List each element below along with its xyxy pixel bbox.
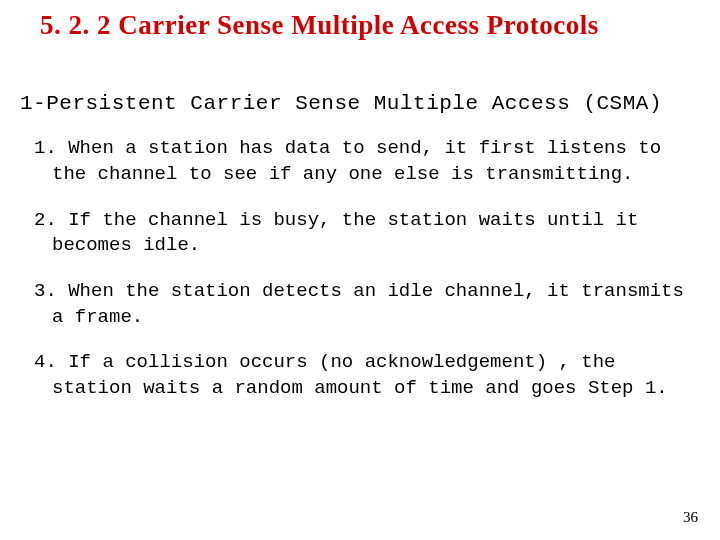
slide-title: 5. 2. 2 Carrier Sense Multiple Access Pr… — [40, 10, 690, 41]
page-number: 36 — [683, 509, 698, 526]
list-item: 3. When the station detects an idle chan… — [34, 279, 690, 330]
body-text: 1-Persistent Carrier Sense Multiple Acce… — [20, 90, 690, 421]
slide: 5. 2. 2 Carrier Sense Multiple Access Pr… — [0, 0, 720, 540]
list-item: 2. If the channel is busy, the station w… — [34, 208, 690, 259]
list-item: 4. If a collision occurs (no acknowledge… — [34, 350, 690, 401]
list-item: 1. When a station has data to send, it f… — [34, 136, 690, 187]
subheading: 1-Persistent Carrier Sense Multiple Acce… — [20, 90, 690, 118]
